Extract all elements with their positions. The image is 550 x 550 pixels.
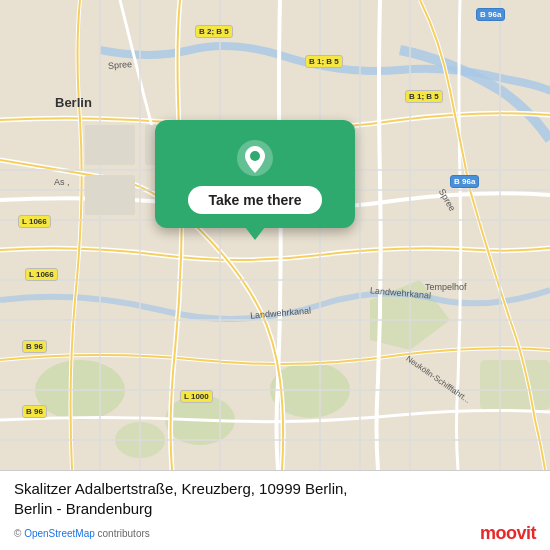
road-badge-b2b5: B 2; B 5 [195,25,233,38]
road-badge-l1066-2: L 1066 [25,268,58,281]
footer: Skalitzer Adalbertstraße, Kreuzberg, 109… [0,470,550,550]
footer-bottom: © OpenStreetMap contributors moovit [14,523,536,544]
spree-label-1: Spree [108,59,133,71]
road-badge-b96a-mid: B 96a [450,175,479,188]
location-pin-icon [235,138,275,178]
road-badge-l1000: L 1000 [180,390,213,403]
road-badge-l1066-1: L 1066 [18,215,51,228]
road-badge-b96-2: B 96 [22,405,47,418]
take-me-there-button[interactable]: Take me there [188,186,321,214]
map-popup: Take me there [155,120,355,228]
moovit-logo: moovit [480,523,536,544]
moovit-text: moovit [480,523,536,544]
address-line1: Skalitzer Adalbertstraße, Kreuzberg, 109… [14,480,348,497]
road-badge-b96a-top: B 96a [476,8,505,21]
road-badge-b1b5-1: B 1; B 5 [305,55,343,68]
svg-rect-7 [85,125,135,165]
openstreetmap-link[interactable]: OpenStreetMap [24,528,95,539]
berlin-label: Berlin [55,95,92,110]
address: Skalitzer Adalbertstraße, Kreuzberg, 109… [14,479,536,518]
tempelhof-label: Tempelhof [425,282,467,292]
svg-point-13 [250,151,260,161]
map-container: B 96a B 2; B 5 B 1; B 5 B 1; B 5 B 96a L… [0,0,550,470]
road-badge-b1b5-2: B 1; B 5 [405,90,443,103]
address-line2: Berlin - Brandenburg [14,500,152,517]
svg-rect-9 [85,175,135,215]
as-label: As , [54,177,70,187]
attribution: © OpenStreetMap contributors [14,528,150,539]
road-badge-b96-1: B 96 [22,340,47,353]
svg-rect-5 [480,360,550,410]
